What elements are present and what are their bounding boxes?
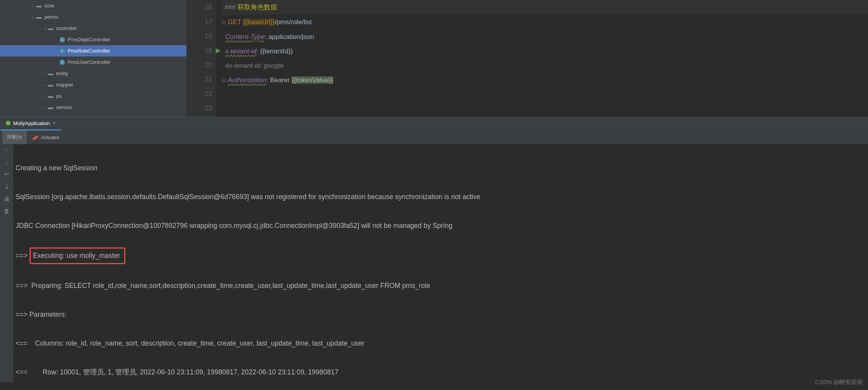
chevron-right-icon: › (31, 4, 36, 8)
tool-window-tab-molly[interactable]: MollyApplication × (0, 117, 61, 131)
tool-window-tabs: MollyApplication × (0, 117, 868, 131)
console-line: ==> Executing: use molly_master (16, 247, 868, 264)
line-number-run: 19▶ (187, 43, 212, 58)
line-number: 16 (187, 0, 212, 14)
tree-label: controller (56, 25, 77, 31)
tree-label: PmsUserController (68, 59, 111, 65)
clear-icon[interactable]: 🗑 (4, 208, 10, 214)
scroll-to-end-icon[interactable]: ⤓ (4, 183, 9, 190)
class-icon: C (59, 59, 65, 65)
line-number: 21 (187, 72, 212, 86)
chevron-right-icon: › (43, 83, 47, 87)
console-line: <== Row: 10001, 管理员, 1, 管理员, 2022-06-10 … (16, 365, 868, 379)
chevron-down-icon: ⌄ (31, 15, 36, 19)
tree-label: entity (56, 71, 68, 76)
scroll-down-icon[interactable]: ↓ (5, 159, 8, 165)
folder-icon: ▬ (47, 104, 54, 111)
tree-label: core (44, 3, 54, 9)
tree-item-core[interactable]: › ▬ core (0, 0, 186, 11)
actuator-icon: ◢◤ (32, 134, 39, 140)
chevron-right-icon: › (43, 71, 47, 76)
svg-point-0 (6, 121, 11, 125)
tree-label: mapper (56, 82, 73, 88)
print-icon[interactable]: 🖶 (4, 196, 10, 202)
class-icon: C (59, 37, 65, 43)
console-line: Creating a new SqlSession (16, 161, 868, 175)
editor-area[interactable]: 16 17 18 19▶ 20 21 22 23 ### 获取角色数据 ⊟GET… (187, 0, 868, 117)
scroll-up-icon[interactable]: ↑ (5, 146, 8, 153)
console-line: ==> Parameters: (16, 307, 868, 322)
fold-close-icon[interactable]: ⊟ (221, 77, 226, 83)
close-icon[interactable]: × (53, 120, 56, 126)
code-line: x-tenant-id: {{tenantId}} (221, 44, 868, 58)
spring-icon (5, 120, 11, 126)
chevron-down-icon: ⌄ (43, 26, 47, 30)
line-number: 20 (187, 58, 212, 72)
console-tab-actuator[interactable]: ◢◤ Actuator (27, 131, 64, 144)
chevron-right-icon: › (43, 94, 47, 98)
console-line: SqlSession [org.apache.ibatis.session.de… (16, 190, 868, 204)
folder-icon: ▬ (47, 93, 54, 99)
class-icon: C (59, 48, 65, 54)
line-number: 23 (187, 101, 212, 115)
tree-item-po[interactable]: › ▬ po (0, 90, 186, 102)
code-line: ⊟Authorization: Bearer {{tokenValue}} (221, 73, 868, 88)
line-number: 18 (187, 29, 212, 43)
tree-item-controller[interactable]: ⌄ ▬ controller (0, 23, 186, 34)
console-toolbar: ↑ ↓ ↩ ⤓ 🖶 🗑 (0, 144, 13, 382)
console-output[interactable]: Creating a new SqlSession SqlSession [or… (13, 144, 868, 382)
fold-open-icon[interactable]: ⊟ (221, 19, 226, 25)
console-line: ==> Preparing: SELECT role_id,role_name,… (16, 279, 868, 293)
tree-item-entity[interactable]: › ▬ entity (0, 68, 186, 79)
console-line: JDBC Connection [HikariProxyConnection@1… (16, 219, 868, 233)
tree-label: PmsDeptController (68, 37, 111, 42)
editor-gutter[interactable]: 16 17 18 19▶ 20 21 22 23 (187, 0, 216, 117)
tree-label: PmsRoleController (68, 48, 110, 54)
folder-icon: ▬ (47, 25, 54, 32)
code-line: ⊟GET {{baseUrl}}/pms/role/list (221, 15, 868, 30)
folder-icon: ▬ (47, 82, 54, 88)
tab-label: MollyApplication (13, 120, 50, 126)
tree-item-perms[interactable]: ⌄ ▬ perms (0, 11, 186, 23)
fold-mark-icon (221, 4, 223, 11)
code-line: ### 获取角色数据 (221, 0, 868, 15)
tree-label: service (56, 104, 72, 110)
line-number: 17 (187, 14, 212, 29)
tree-label: perms (44, 14, 58, 20)
top-pane: › ▬ core ⌄ ▬ perms ⌄ ▬ controller C PmsD… (0, 0, 868, 117)
code-line: Content-Type: application/json (221, 30, 868, 44)
folder-icon: ▬ (36, 3, 42, 9)
tree-item-role-controller[interactable]: C PmsRoleController (0, 45, 186, 56)
tree-item-user-controller[interactable]: C PmsUserController (0, 56, 186, 68)
highlighted-sql: Executing: use molly_master (30, 247, 126, 264)
code-editor[interactable]: ### 获取角色数据 ⊟GET {{baseUrl}}/pms/role/lis… (216, 0, 868, 117)
chevron-right-icon: › (43, 105, 47, 109)
code-line: #x-tenant-id: google (221, 58, 868, 73)
console-tab-console[interactable]: 控制台 (2, 131, 27, 144)
folder-icon: ▬ (47, 71, 54, 77)
soft-wrap-icon[interactable]: ↩ (4, 171, 9, 178)
watermark: CSDN @醉有应得 (815, 379, 863, 386)
project-tree[interactable]: › ▬ core ⌄ ▬ perms ⌄ ▬ controller C PmsD… (0, 0, 187, 117)
console-line: <== Columns: role_id, role_name, sort, d… (16, 336, 868, 351)
console-sub-tabs: 控制台 ◢◤ Actuator (0, 131, 868, 144)
folder-icon: ▬ (36, 14, 42, 20)
tree-item-service[interactable]: › ▬ service (0, 102, 186, 113)
console-body: ↑ ↓ ↩ ⤓ 🖶 🗑 Creating a new SqlSession Sq… (0, 144, 868, 382)
tree-item-mapper[interactable]: › ▬ mapper (0, 79, 186, 90)
tree-label: po (56, 93, 61, 99)
tree-item-dept-controller[interactable]: C PmsDeptController (0, 34, 186, 45)
line-number: 22 (187, 86, 212, 101)
